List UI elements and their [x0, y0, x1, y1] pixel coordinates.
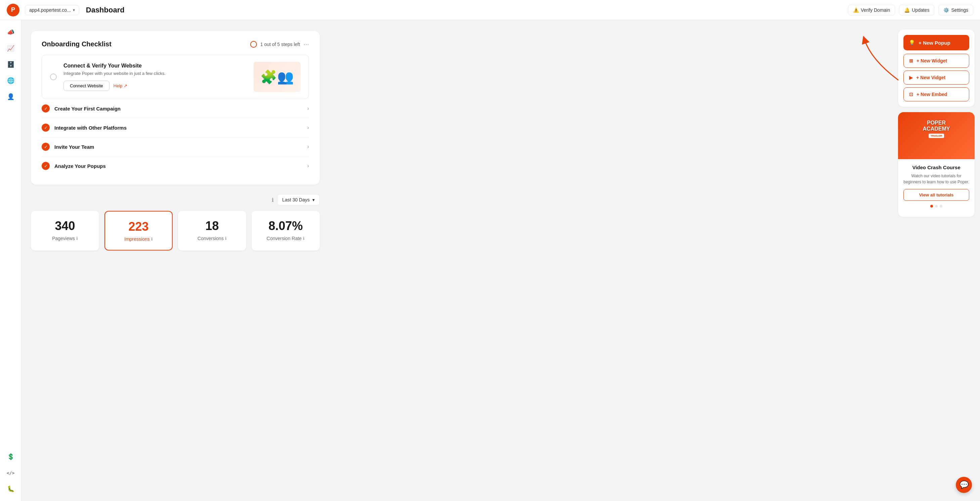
chat-fab-button[interactable]: 💬: [956, 477, 972, 493]
check-icon: ✓: [41, 105, 50, 113]
checklist-item-analyze[interactable]: ✓ Analyze Your Popups ›: [41, 156, 309, 175]
stat-card-impressions: 223 Impressions ℹ: [105, 211, 173, 250]
chevron-down-icon: ▾: [312, 197, 315, 202]
connect-title: Connect & Verify Your Website: [64, 63, 247, 69]
gear-icon: ⚙️: [943, 7, 949, 13]
stat-label: Conversion Rate ℹ: [258, 236, 313, 241]
sidebar-item-globe[interactable]: 🌐: [4, 74, 18, 87]
sidebar: 📣 📈 🗄️ 🌐 👤 💲 </> 🐛: [0, 20, 21, 501]
domain-selector[interactable]: app4.popertest.co... ▾: [25, 5, 79, 15]
stat-label: Impressions ℹ: [112, 236, 165, 242]
embed-icon: ⊡: [909, 92, 913, 97]
checklist-header: Onboarding Checklist 1 out of 5 steps le…: [41, 40, 309, 48]
info-icon[interactable]: ℹ: [303, 236, 305, 241]
new-widget-button[interactable]: ⊞ + New Widget: [904, 54, 969, 68]
checklist-meta: 1 out of 5 steps left ···: [250, 40, 309, 48]
connect-info: Connect & Verify Your Website Integrate …: [64, 63, 247, 91]
info-icon[interactable]: ℹ: [151, 237, 153, 242]
period-selector[interactable]: Last 30 Days ▾: [277, 194, 320, 205]
domain-text: app4.popertest.co...: [29, 7, 71, 13]
sidebar-item-code[interactable]: </>: [4, 466, 18, 480]
chevron-down-icon: ▾: [73, 8, 75, 13]
sidebar-item-analytics[interactable]: 📈: [4, 41, 18, 55]
connect-website-button[interactable]: Connect Website: [64, 81, 110, 91]
item-label: Analyze Your Popups: [54, 163, 307, 169]
dot-2: [935, 205, 938, 208]
top-navigation: P app4.popertest.co... ▾ Dashboard ⚠️ Ve…: [0, 0, 980, 20]
dot-1: [930, 205, 933, 208]
widget-icon: ⊞: [909, 58, 913, 64]
chevron-right-icon: ›: [307, 105, 309, 111]
video-description: Watch our video tutorials for beginners …: [904, 173, 969, 185]
chevron-right-icon: ›: [307, 124, 309, 130]
info-icon[interactable]: ℹ: [225, 236, 227, 241]
checklist-item-integrate[interactable]: ✓ Integrate with Other Platforms ›: [41, 118, 309, 137]
check-icon: ✓: [41, 143, 50, 151]
period-label: Last 30 Days: [282, 197, 310, 202]
new-items-section: 💡 + New Popup ⊞ + New Widget ▶ + New Vid…: [898, 30, 975, 107]
bell-icon: 🔔: [904, 7, 910, 13]
pagination-dots: [904, 201, 969, 212]
connect-actions: Connect Website Help ↗: [64, 81, 247, 91]
item-label: Create Your First Campaign: [54, 106, 307, 111]
lightbulb-icon: 💡: [909, 40, 915, 46]
stat-card-pageviews: 340 Pageviews ℹ: [31, 211, 99, 250]
sidebar-item-debug[interactable]: 🐛: [4, 482, 18, 496]
checklist-title: Onboarding Checklist: [41, 40, 111, 48]
dot-3: [940, 205, 942, 208]
steps-ring-icon: [250, 41, 257, 48]
sidebar-item-megaphone[interactable]: 📣: [4, 25, 18, 39]
stat-value: 340: [38, 219, 92, 233]
video-title: Video Crash Course: [904, 165, 969, 170]
sidebar-item-users[interactable]: 👤: [4, 90, 18, 103]
checklist-item-invite[interactable]: ✓ Invite Your Team ›: [41, 137, 309, 156]
stat-card-conversion-rate: 8.07% Conversion Rate ℹ: [251, 211, 320, 250]
more-options-button[interactable]: ···: [303, 40, 309, 48]
video-info: Video Crash Course Watch our video tutor…: [898, 159, 975, 217]
sidebar-item-billing[interactable]: 💲: [4, 450, 18, 463]
onboarding-checklist-card: Onboarding Checklist 1 out of 5 steps le…: [31, 31, 320, 184]
settings-button[interactable]: ⚙️ Settings: [939, 5, 973, 16]
connect-website-card: Connect & Verify Your Website Integrate …: [41, 55, 309, 99]
stats-info-icon[interactable]: ℹ: [272, 197, 274, 203]
video-thumbnail[interactable]: POPER ACADEMY TRAILER ▶: [898, 112, 975, 159]
logo[interactable]: P: [7, 4, 19, 16]
updates-button[interactable]: 🔔 Updates: [899, 5, 934, 16]
thumbnail-overlay: POPER ACADEMY TRAILER: [923, 120, 950, 138]
sidebar-item-database[interactable]: 🗄️: [4, 58, 18, 71]
chevron-right-icon: ›: [307, 144, 309, 150]
page-title: Dashboard: [86, 6, 125, 14]
video-card: POPER ACADEMY TRAILER ▶ Video Crash Cour…: [898, 112, 975, 217]
main-content: Onboarding Checklist 1 out of 5 steps le…: [21, 20, 892, 501]
stat-value: 8.07%: [258, 219, 313, 233]
right-panel: 💡 + New Popup ⊞ + New Widget ▶ + New Vid…: [892, 20, 980, 501]
stats-grid: 340 Pageviews ℹ 223 Impressions ℹ 18 Con…: [31, 211, 320, 250]
help-button[interactable]: Help ↗: [113, 83, 127, 88]
connect-description: Integrate Poper with your website in jus…: [64, 71, 247, 76]
warning-icon: ⚠️: [853, 7, 859, 13]
new-vidget-button[interactable]: ▶ + New Vidget: [904, 70, 969, 84]
new-items-card: 💡 + New Popup ⊞ + New Widget ▶ + New Vid…: [898, 30, 975, 107]
info-icon[interactable]: ℹ: [76, 236, 78, 241]
checklist-item-campaign[interactable]: ✓ Create Your First Campaign ›: [41, 99, 309, 118]
view-tutorials-button[interactable]: View all tutorials: [904, 189, 969, 201]
puzzle-illustration: 🧩👥: [254, 62, 301, 92]
item-label: Integrate with Other Platforms: [54, 125, 307, 130]
verify-domain-button[interactable]: ⚠️ Verify Domain: [848, 5, 895, 16]
main-layout: 📣 📈 🗄️ 🌐 👤 💲 </> 🐛 Onboarding Checklist …: [0, 20, 980, 501]
stat-value: 18: [185, 219, 239, 233]
item-label: Invite Your Team: [54, 144, 307, 150]
stat-label: Pageviews ℹ: [38, 236, 92, 241]
play-icon: ▶: [909, 75, 913, 80]
steps-label: 1 out of 5 steps left: [260, 41, 300, 47]
connect-checkbox[interactable]: [50, 73, 57, 80]
check-icon: ✓: [41, 162, 50, 170]
stat-value: 223: [112, 219, 165, 234]
stat-label: Conversions ℹ: [185, 236, 239, 241]
nav-right-actions: ⚠️ Verify Domain 🔔 Updates ⚙️ Settings: [848, 5, 973, 16]
new-popup-button[interactable]: 💡 + New Popup: [904, 35, 969, 50]
new-embed-button[interactable]: ⊡ + New Embed: [904, 87, 969, 102]
stats-header: ℹ Last 30 Days ▾: [31, 194, 320, 205]
stat-card-conversions: 18 Conversions ℹ: [178, 211, 246, 250]
chevron-right-icon: ›: [307, 163, 309, 169]
